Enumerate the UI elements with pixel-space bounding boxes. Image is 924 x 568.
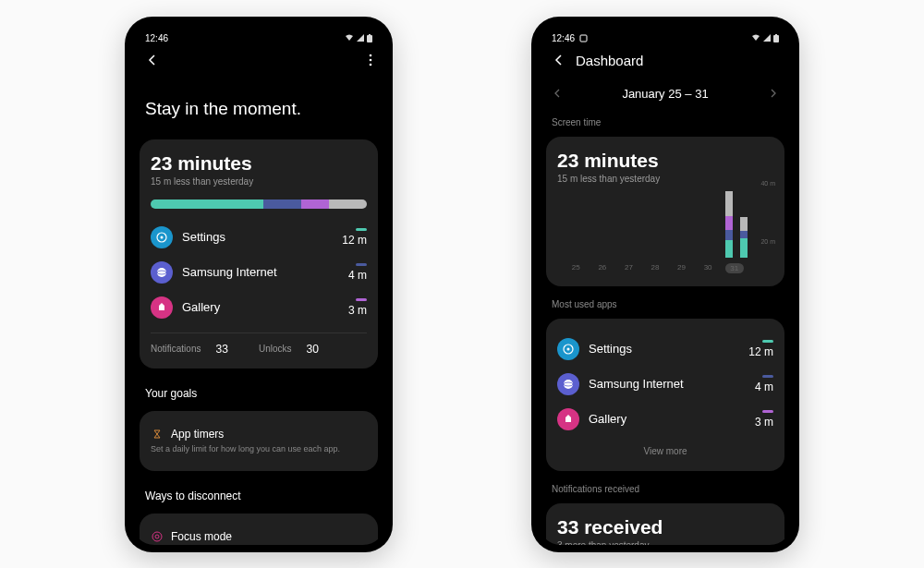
target-icon	[151, 530, 164, 543]
gallery-icon	[557, 408, 579, 430]
svg-point-2	[370, 54, 372, 56]
notifications-value: 33	[215, 343, 227, 356]
focus-mode-label: Focus mode	[171, 530, 232, 543]
app-name: Settings	[182, 230, 333, 244]
svg-rect-12	[775, 34, 777, 35]
app-row-internet[interactable]: Samsung Internet 4 m	[557, 367, 773, 402]
svg-point-4	[370, 63, 372, 66]
unlocks-label: Unlocks	[259, 344, 292, 354]
chart-area	[557, 184, 753, 258]
unlocks-stat[interactable]: Unlocks 30	[259, 343, 367, 356]
chart-x-axis: 25262728293031	[557, 258, 753, 273]
screen-time-sub: 15 m less than yesterday	[557, 174, 773, 184]
gallery-icon	[151, 296, 173, 319]
most-used-card: Settings 12 m Samsung Internet 4 m	[546, 319, 784, 471]
screen-time-value: 23 minutes	[151, 152, 367, 175]
svg-rect-13	[773, 35, 779, 42]
usage-bar	[151, 199, 367, 209]
your-goals-title: Your goals	[132, 374, 385, 405]
chart-x-label[interactable]: 26	[593, 263, 612, 273]
notifications-card[interactable]: 33 received 3 more than yesterday 40	[546, 503, 784, 545]
app-duration: 3 m	[755, 410, 773, 429]
settings-icon	[557, 338, 579, 360]
more-icon[interactable]	[369, 53, 372, 67]
svg-rect-0	[369, 34, 371, 35]
notifications-stat[interactable]: Notifications 33	[151, 343, 259, 356]
stats-row: Notifications 33 Unlocks 30	[151, 332, 367, 356]
view-more-link[interactable]: View more	[557, 437, 773, 458]
app-dot	[356, 228, 367, 231]
app-row-gallery[interactable]: Gallery 3 m	[557, 402, 773, 437]
app-timers-item: App timers Set a daily limit for how lon…	[151, 424, 367, 459]
screen-time-card[interactable]: 23 minutes 15 m less than yesterday Sett…	[140, 139, 378, 369]
statusbar-right	[345, 34, 372, 42]
app-duration: 12 m	[342, 228, 367, 247]
chart-y-labels: 40 m 20 m	[760, 180, 775, 245]
statusbar-right	[751, 34, 779, 42]
app-name: Samsung Internet	[589, 377, 746, 391]
statusbar-left-group: 12:46	[552, 33, 588, 43]
chart-x-label[interactable]: 25	[566, 263, 585, 273]
app-dot	[356, 298, 367, 301]
hourglass-icon	[151, 428, 164, 441]
app-dot	[762, 410, 773, 413]
notifications-value: 33 received	[557, 516, 773, 538]
app-row-settings[interactable]: Settings 12 m	[557, 332, 773, 367]
chart-x-label[interactable]: 30	[699, 263, 717, 273]
wifi-icon	[751, 34, 760, 42]
back-icon[interactable]	[145, 53, 160, 67]
svg-point-3	[370, 58, 372, 61]
date-next-icon[interactable]	[768, 88, 779, 99]
battery-icon	[773, 34, 779, 42]
internet-icon	[151, 261, 173, 284]
app-row-gallery[interactable]: Gallery 3 m	[151, 290, 367, 325]
phone-frame-left: 12:46 Stay in the moment.	[125, 17, 393, 552]
app-name: Samsung Internet	[182, 265, 339, 279]
app-row-settings[interactable]: Settings 12 m	[151, 220, 367, 255]
svg-point-15	[567, 347, 570, 350]
bar-segment-blue	[263, 199, 301, 209]
screen-left: 12:46 Stay in the moment.	[132, 24, 385, 545]
statusbar-time: 12:46	[145, 33, 168, 43]
date-prev-icon[interactable]	[552, 88, 563, 99]
date-nav: January 25 – 31	[539, 78, 792, 110]
internet-icon	[557, 373, 579, 395]
svg-point-9	[152, 532, 162, 541]
statusbar-time: 12:46	[552, 33, 575, 43]
statusbar: 12:46	[132, 24, 385, 47]
svg-point-10	[155, 535, 159, 538]
app-duration: 3 m	[348, 298, 367, 317]
focus-mode-card[interactable]: Focus mode Avoid distractions from your …	[140, 514, 378, 544]
signal-icon	[763, 34, 771, 42]
settings-icon	[151, 226, 173, 248]
dashboard-header: Dashboard	[539, 47, 792, 78]
most-used-label: Most used apps	[539, 292, 792, 313]
chart-x-label[interactable]: 31	[725, 263, 744, 273]
unlocks-value: 30	[307, 343, 319, 356]
svg-point-6	[161, 236, 164, 238]
notifications-sub: 3 more than yesterday	[557, 540, 773, 545]
app-dot	[356, 263, 367, 266]
phone-frame-right: 12:46 Dashboard	[531, 17, 799, 552]
screen-time-label: Screen time	[539, 110, 792, 131]
dashboard-title: Dashboard	[576, 53, 643, 68]
app-name: Settings	[589, 342, 739, 356]
app-duration: 4 m	[348, 263, 367, 282]
app-row-internet[interactable]: Samsung Internet 4 m	[151, 255, 367, 290]
app-timers-label: App timers	[171, 428, 224, 441]
chart-bar[interactable]	[740, 217, 748, 257]
chart-x-label[interactable]: 29	[673, 263, 691, 273]
chart-bar[interactable]	[725, 191, 733, 257]
chart-x-label[interactable]: 27	[619, 263, 638, 273]
screen-time-card[interactable]: 23 minutes 15 m less than yesterday 40 m…	[546, 137, 784, 286]
app-dot	[762, 375, 773, 378]
screen-time-sub: 15 m less than yesterday	[151, 176, 367, 187]
statusbar: 12:46	[539, 24, 792, 47]
notifications-label: Notifications received	[539, 477, 792, 498]
svg-rect-1	[367, 35, 372, 42]
app-timers-card[interactable]: App timers Set a daily limit for how lon…	[140, 411, 378, 472]
chart-x-label[interactable]: 28	[646, 263, 664, 273]
app-name: Gallery	[589, 412, 746, 426]
back-icon[interactable]	[552, 53, 566, 67]
svg-point-16	[564, 380, 573, 389]
